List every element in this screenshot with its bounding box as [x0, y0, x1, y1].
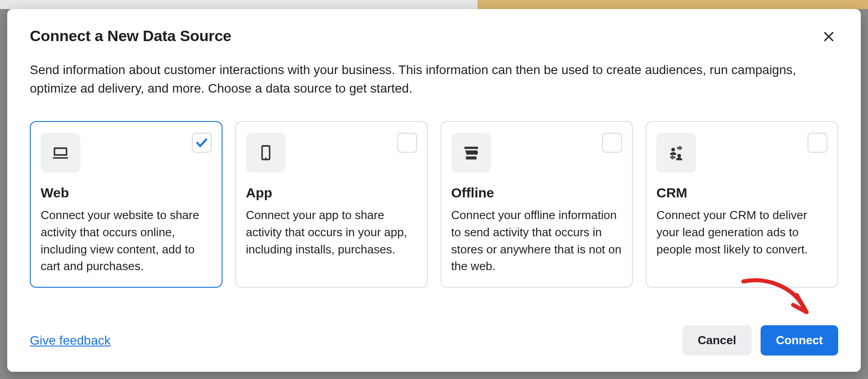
- modal-subtitle: Send information about customer interact…: [30, 61, 838, 98]
- modal-header: Connect a New Data Source: [30, 27, 838, 47]
- svg-point-3: [678, 154, 681, 158]
- card-checkbox[interactable]: [192, 133, 212, 153]
- card-title: CRM: [656, 185, 827, 201]
- close-icon: [822, 30, 836, 45]
- card-title: Web: [41, 185, 212, 201]
- card-title: Offline: [451, 185, 622, 201]
- card-desc: Connect your app to share activity that …: [246, 207, 417, 258]
- cancel-button[interactable]: Cancel: [682, 325, 752, 356]
- card-crm[interactable]: CRM Connect your CRM to deliver your lea…: [645, 121, 838, 288]
- close-button[interactable]: [819, 27, 838, 47]
- card-checkbox[interactable]: [808, 133, 827, 153]
- laptop-icon: [41, 133, 80, 173]
- card-desc: Connect your offline information to send…: [451, 207, 622, 275]
- card-checkbox[interactable]: [602, 133, 622, 153]
- mobile-icon: [246, 133, 286, 173]
- modal-footer: Give feedback Cancel Connect: [30, 304, 838, 356]
- card-desc: Connect your website to share activity t…: [41, 207, 212, 275]
- card-title: App: [246, 185, 417, 201]
- backdrop: [0, 0, 868, 9]
- card-app[interactable]: App Connect your app to share activity t…: [235, 121, 428, 288]
- card-desc: Connect your CRM to deliver your lead ge…: [656, 207, 827, 258]
- give-feedback-link[interactable]: Give feedback: [30, 333, 111, 348]
- store-icon: [451, 133, 491, 173]
- crm-icon: [656, 133, 696, 173]
- card-web[interactable]: Web Connect your website to share activi…: [30, 121, 223, 288]
- data-source-cards: Web Connect your website to share activi…: [30, 121, 838, 288]
- card-checkbox[interactable]: [397, 133, 417, 153]
- connect-data-source-modal: Connect a New Data Source Send informati…: [7, 9, 861, 372]
- footer-buttons: Cancel Connect: [682, 325, 838, 356]
- modal-title: Connect a New Data Source: [30, 27, 232, 45]
- card-offline[interactable]: Offline Connect your offline information…: [441, 121, 633, 288]
- connect-button[interactable]: Connect: [761, 325, 838, 356]
- svg-point-2: [672, 148, 675, 152]
